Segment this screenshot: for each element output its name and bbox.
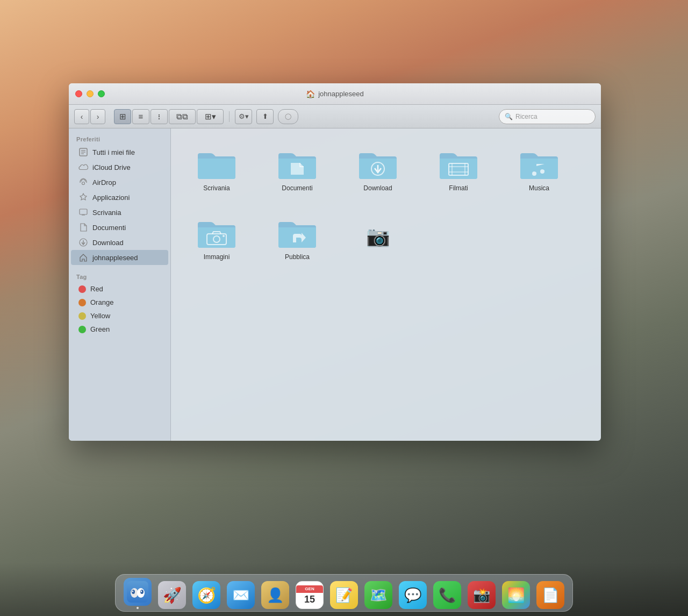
maximize-button[interactable]	[98, 90, 105, 97]
search-icon: 🔍	[505, 113, 513, 120]
sidebar-item-icloud[interactable]: iCloud Drive	[71, 160, 168, 175]
traffic-lights	[75, 90, 105, 97]
folder-documenti[interactable]: Documenti	[268, 139, 327, 197]
action-button[interactable]: ⚙▾	[235, 109, 252, 124]
musica-label: Musica	[529, 184, 549, 193]
tag-label: Tag	[69, 271, 170, 282]
list-view-button[interactable]: ≡	[132, 109, 149, 124]
musica-folder-icon	[518, 144, 561, 181]
folder-scrivania[interactable]: Scrivania	[187, 139, 246, 197]
folder-pubblica[interactable]: Pubblica	[268, 208, 327, 266]
all-files-label: Tutti i miei file	[92, 148, 135, 156]
list-view-icon: ≡	[139, 112, 144, 121]
column-view-icon: ⫶	[157, 112, 161, 121]
icloud-label: iCloud Drive	[92, 163, 131, 171]
dock-container: 🚀 🧭 ✉️ 👤 GEN 15	[115, 574, 573, 612]
desktop-icon	[78, 207, 88, 217]
sidebar-item-green[interactable]: Green	[71, 323, 168, 336]
window-title-area: 🏠 johnappleseed	[306, 90, 364, 98]
arrange-icon: ⊞▾	[205, 112, 216, 121]
facetime-dock-icon: 📞	[433, 581, 461, 609]
pubblica-label: Pubblica	[285, 253, 310, 262]
svg-point-25	[132, 591, 133, 592]
finder-window: 🏠 johnappleseed ‹ › ⊞ ≡ ⫶ ⧉⧉	[69, 83, 601, 441]
sidebar-item-home[interactable]: johnappleseed	[71, 250, 168, 265]
minimize-button[interactable]	[87, 90, 94, 97]
dock-item-safari[interactable]: 🧭	[191, 578, 222, 609]
home-icon: 🏠	[306, 90, 315, 98]
sidebar-item-orange[interactable]: Orange	[71, 296, 168, 309]
dock-item-launchpad[interactable]: 🚀	[156, 578, 188, 609]
dock-item-notes[interactable]: 📝	[328, 578, 360, 609]
folder-download[interactable]: Download	[348, 139, 407, 197]
notes-dock-icon: 📝	[330, 581, 358, 609]
dock-item-calendar[interactable]: GEN 15	[294, 578, 325, 609]
close-button[interactable]	[75, 90, 82, 97]
camera-icon: 📷	[366, 225, 390, 248]
sidebar-item-all-files[interactable]: Tutti i miei file	[71, 145, 168, 160]
orange-label: Orange	[90, 298, 113, 306]
folder-musica[interactable]: Musica	[510, 139, 569, 197]
camera-float-area: 📷	[348, 208, 407, 266]
icon-view-button[interactable]: ⊞	[114, 109, 131, 124]
search-placeholder: Ricerca	[515, 113, 538, 120]
forward-button[interactable]: ›	[90, 109, 105, 124]
nav-buttons: ‹ ›	[74, 109, 105, 124]
svg-point-23	[132, 590, 135, 594]
dock-item-maps[interactable]: 🗺️	[363, 578, 394, 609]
tag-button[interactable]: ◯	[278, 109, 298, 124]
dock-item-messages[interactable]: 💬	[397, 578, 428, 609]
preferiti-label: Preferiti	[69, 134, 170, 145]
immagini-folder-icon	[195, 212, 238, 250]
window-title: johnappleseed	[318, 90, 364, 98]
sidebar-item-desktop[interactable]: Scrivania	[71, 205, 168, 220]
svg-point-26	[141, 591, 142, 592]
pages-dock-icon: 📄	[536, 581, 564, 609]
finder-dot	[137, 607, 139, 609]
back-button[interactable]: ‹	[74, 109, 89, 124]
download-folder-icon	[356, 144, 399, 181]
download-icon	[78, 238, 88, 247]
apps-label: Applicazioni	[92, 194, 130, 202]
dock-item-pages[interactable]: 📄	[535, 578, 566, 609]
svg-rect-5	[80, 209, 87, 214]
dock-item-facetime[interactable]: 📞	[432, 578, 463, 609]
sidebar-item-documents[interactable]: Documenti	[71, 220, 168, 235]
search-box[interactable]: 🔍 Ricerca	[499, 109, 596, 124]
dock-item-photos[interactable]: 🌅	[500, 578, 532, 609]
folder-filmati[interactable]: Filmati	[429, 139, 488, 197]
folder-immagini[interactable]: Immagini	[187, 208, 246, 266]
contacts-dock-icon: 👤	[261, 581, 289, 609]
sidebar-item-apps[interactable]: Applicazioni	[71, 190, 168, 205]
sidebar: Preferiti Tutti i miei file iCloud Drive	[69, 128, 171, 441]
file-grid: Scrivania Documenti	[171, 128, 601, 441]
dock-item-photobooth[interactable]: 📸	[466, 578, 497, 609]
toolbar: ‹ › ⊞ ≡ ⫶ ⧉⧉ ⊞▾ ⚙▾	[69, 105, 601, 128]
sidebar-item-yellow[interactable]: Yellow	[71, 309, 168, 323]
coverflow-icon: ⧉⧉	[176, 112, 188, 121]
documenti-label: Documenti	[282, 184, 312, 193]
dock-item-mail[interactable]: ✉️	[225, 578, 256, 609]
orange-dot	[78, 299, 86, 306]
yellow-dot	[78, 312, 86, 320]
share-button[interactable]: ⬆	[256, 109, 274, 124]
tag-icon: ◯	[285, 113, 291, 120]
view-buttons: ⊞ ≡ ⫶ ⧉⧉ ⊞▾	[114, 109, 224, 124]
red-dot	[78, 285, 86, 293]
scrivania-folder-icon	[195, 144, 238, 181]
coverflow-view-button[interactable]: ⧉⧉	[169, 109, 196, 124]
dock-item-contacts[interactable]: 👤	[260, 578, 291, 609]
sidebar-item-download[interactable]: Download	[71, 235, 168, 250]
finder-dock-icon	[124, 578, 152, 606]
yellow-label: Yellow	[90, 312, 110, 320]
documents-label: Documenti	[92, 224, 126, 232]
sidebar-item-airdrop[interactable]: AirDrop	[71, 175, 168, 190]
column-view-button[interactable]: ⫶	[150, 109, 168, 124]
launchpad-dock-icon: 🚀	[158, 581, 186, 609]
sidebar-item-red[interactable]: Red	[71, 282, 168, 296]
airdrop-icon	[78, 177, 88, 187]
dock-item-finder[interactable]	[122, 578, 153, 609]
svg-point-4	[82, 182, 85, 185]
arrange-button[interactable]: ⊞▾	[197, 109, 224, 124]
toolbar-separator	[229, 111, 230, 122]
